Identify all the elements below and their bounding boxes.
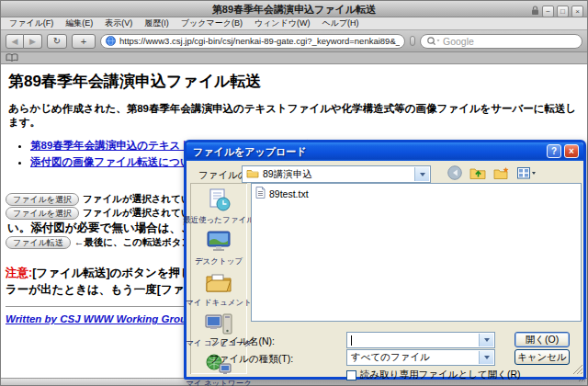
- menu-bookmarks[interactable]: ブックマーク(B): [181, 17, 243, 29]
- window-controls: − □ ×: [531, 3, 583, 19]
- menu-bar: ファイル(F) 編集(E) 表示(V) 履歴(I) ブックマーク(B) ウィンド…: [1, 17, 587, 30]
- url-text: https://www3.csj.jp/cgi-bin/csj/nenkai-8…: [119, 36, 400, 46]
- filetype-label: ファイルの種類(T):: [209, 353, 293, 366]
- readonly-row: 読み取り専用ファイルとして開く(R): [346, 369, 521, 381]
- file-item-name: 89test.txt: [269, 188, 309, 199]
- back-button[interactable]: ◀: [6, 34, 24, 49]
- menu-help[interactable]: ヘルプ(H): [322, 17, 358, 29]
- my-documents-icon: [205, 272, 232, 297]
- reload-button[interactable]: ↻: [47, 34, 67, 49]
- filename-dropdown-arrow[interactable]: [479, 334, 493, 346]
- close-button[interactable]: ×: [571, 6, 583, 17]
- text-caret: [351, 335, 352, 346]
- search-icon: [426, 33, 440, 50]
- dialog-resize-grip[interactable]: [572, 364, 582, 376]
- recent-files-icon: [206, 188, 232, 214]
- csj-working-group-link[interactable]: Written by CSJ WWW Working Group: [6, 313, 193, 324]
- filename-label: ファイル名(N):: [209, 335, 275, 348]
- desktop-icon: [206, 231, 232, 255]
- up-folder-icon[interactable]: [469, 166, 486, 182]
- minimize-button[interactable]: −: [542, 6, 554, 17]
- text-file-icon: [255, 187, 266, 200]
- warning-label: 注意:: [6, 267, 32, 279]
- readonly-label: 読み取り専用ファイルとして開く(R): [360, 369, 521, 381]
- location-dropdown[interactable]: 89講演申込: [242, 165, 431, 183]
- filetype-dropdown-arrow[interactable]: [479, 351, 493, 364]
- maximize-button[interactable]: □: [557, 6, 569, 17]
- place-recent-files[interactable]: 最近使ったファイル: [190, 188, 247, 226]
- cancel-button[interactable]: キャンセル: [514, 349, 570, 365]
- file-item[interactable]: 89test.txt: [255, 187, 577, 200]
- menu-edit[interactable]: 編集(E): [65, 17, 93, 29]
- place-my-documents[interactable]: マイ ドキュメント: [190, 272, 247, 309]
- menu-window[interactable]: ウィンドウ(W): [254, 17, 311, 29]
- dialog-toolbar: [447, 165, 537, 182]
- transfer-instruction: ←最後に、この転送ボタンを: [74, 236, 201, 249]
- views-menu-icon[interactable]: [517, 167, 537, 181]
- menu-view[interactable]: 表示(V): [105, 17, 132, 29]
- file-list: 89test.txt: [251, 183, 582, 322]
- add-bookmark-button[interactable]: +: [72, 34, 96, 49]
- place-label: 最近使ったファイル: [183, 215, 254, 226]
- forward-button[interactable]: ▶: [24, 34, 42, 49]
- back-nav-icon[interactable]: [447, 165, 462, 182]
- choose-file-button-1[interactable]: ファイルを選択: [6, 193, 79, 206]
- menu-history[interactable]: 履歴(I): [144, 17, 169, 29]
- title-bar: 第89春季年会講演申込ファイル転送 − □ ×: [1, 1, 587, 17]
- dialog-close-button[interactable]: ×: [564, 144, 579, 158]
- browser-toolbar: ◀ ▶ ↻ + https://www3.csj.jp/cgi-bin/csj/…: [1, 30, 587, 52]
- dialog-title: ファイルをアップロード: [193, 145, 307, 159]
- new-folder-icon[interactable]: [493, 166, 510, 182]
- location-dropdown-arrow[interactable]: [414, 167, 429, 181]
- filetype-dropdown[interactable]: すべてのファイル: [346, 349, 495, 366]
- address-bar[interactable]: https://www3.csj.jp/cgi-bin/csj/nenkai-8…: [100, 34, 405, 49]
- dialog-help-button[interactable]: ?: [547, 144, 561, 158]
- place-label: マイ ドキュメント: [186, 298, 252, 309]
- my-computer-icon: [205, 313, 232, 337]
- place-label: デスクトップ: [195, 256, 243, 267]
- site-icon: [106, 33, 116, 50]
- dialog-body: ファイルの場所(I): 89講演申込 最近使ったファイル デスクトップ マイ: [187, 161, 583, 377]
- filename-input[interactable]: [346, 332, 495, 348]
- bookmarks-bar: [1, 52, 587, 64]
- dialog-title-bar: ファイルをアップロード ? ×: [187, 142, 583, 161]
- location-value: 89講演申込: [263, 168, 312, 181]
- place-label: マイ ネットワーク: [186, 379, 252, 386]
- readonly-checkbox[interactable]: [346, 370, 356, 380]
- search-field[interactable]: Google: [420, 34, 582, 49]
- filetype-value: すべてのファイル: [351, 351, 430, 364]
- snapback-button[interactable]: [410, 36, 415, 46]
- page-title: 第89春季年会講演申込ファイル転送: [8, 71, 587, 92]
- window-title: 第89春季年会講演申込ファイル転送: [1, 3, 587, 17]
- search-placeholder: Google: [443, 36, 474, 47]
- transfer-button[interactable]: ファイル転送: [6, 236, 71, 249]
- place-desktop[interactable]: デスクトップ: [190, 231, 247, 267]
- menu-file[interactable]: ファイル(F): [9, 17, 53, 29]
- history-nav-group: ◀ ▶: [6, 34, 42, 49]
- intro-text: あらかじめ作成された、第89春季年会講演申込のテキストファイルや化学構造式等の画…: [8, 102, 587, 130]
- lock-icon: [531, 3, 539, 19]
- open-button[interactable]: 開く(O): [514, 332, 570, 347]
- choose-file-button-2[interactable]: ファイルを選択: [6, 207, 79, 220]
- file-upload-dialog: ファイルをアップロード ? × ファイルの場所(I): 89講演申込 最近使った…: [184, 140, 586, 380]
- folder-icon: [246, 168, 259, 180]
